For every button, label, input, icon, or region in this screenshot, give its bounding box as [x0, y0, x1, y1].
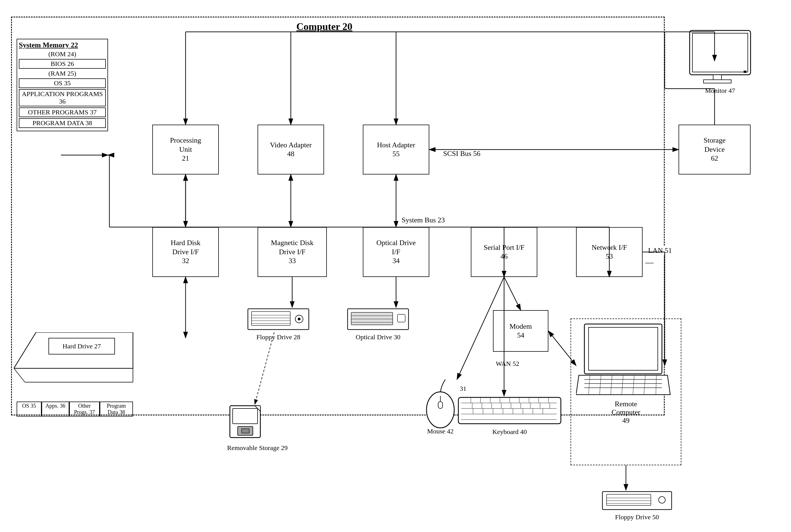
- svg-rect-4: [743, 71, 747, 73]
- svg-rect-1: [692, 33, 748, 72]
- mouse-svg: [424, 379, 457, 429]
- optical-drive-label: Optical Drive 30: [346, 334, 410, 341]
- monitor-area: Monitor 47: [684, 28, 756, 94]
- svg-point-22: [659, 497, 665, 503]
- processing-unit-box: ProcessingUnit21: [152, 125, 219, 174]
- floppy-drive-28-svg: [246, 307, 310, 332]
- ram-label: (RAM 25): [19, 70, 106, 77]
- optical-drive-svg: [346, 307, 410, 332]
- keyboard-label: Keyboard 40: [457, 428, 562, 436]
- rom-label: (ROM 24): [19, 51, 106, 58]
- keyboard-area: Keyboard 40: [457, 396, 562, 436]
- system-bus-label: System Bus 23: [401, 216, 445, 224]
- svg-rect-18: [606, 494, 651, 506]
- keyboard-svg: [457, 396, 562, 426]
- optical-drive-if-label: Optical DriveI/F34: [376, 239, 416, 266]
- svg-rect-3: [703, 80, 731, 83]
- svg-line-77: [14, 368, 25, 382]
- monitor-svg: [684, 28, 756, 89]
- svg-marker-76: [14, 332, 133, 368]
- removable-storage-svg: [227, 404, 263, 443]
- app-programs-box: APPLICATION PROGRAMS 36: [19, 89, 106, 106]
- floppy-drive-50-area: Floppy Drive 50: [601, 490, 673, 521]
- svg-rect-36: [397, 314, 405, 322]
- floppy-drive-50-label: Floppy Drive 50: [601, 513, 673, 521]
- svg-rect-32: [351, 312, 393, 325]
- floppy-drive-28-label: Floppy Drive 28: [246, 334, 310, 341]
- magnetic-disk-if-label: Magnetic DiskDrive I/F33: [271, 239, 314, 266]
- svg-rect-44: [438, 402, 442, 408]
- video-adapter-label: Video Adapter48: [270, 141, 312, 159]
- removable-storage-area: Removable Storage 29: [227, 404, 288, 452]
- host-adapter-label: Host Adapter55: [377, 141, 415, 159]
- storage-device-label: StorageDevice62: [703, 136, 726, 163]
- optical-drive-if-box: Optical DriveI/F34: [363, 227, 429, 277]
- os-box: OS 35: [19, 78, 106, 88]
- program-data-box: PROGRAM DATA 38: [19, 118, 106, 128]
- network-if-label: Network I/F53: [591, 243, 627, 261]
- computer-20-label: Computer 20: [296, 21, 352, 33]
- network-if-box: Network I/F53: [576, 227, 643, 277]
- optical-drive-area: Optical Drive 30: [346, 307, 410, 341]
- modem-label: Modem54: [510, 322, 532, 340]
- remote-computer-border: [570, 319, 681, 465]
- storage-device-box: StorageDevice62: [679, 125, 751, 174]
- bios-box: BIOS 26: [19, 59, 106, 69]
- serial-port-if-box: Serial Port I/F46: [471, 227, 537, 277]
- system-memory-title: System Memory 22: [19, 41, 106, 49]
- system-memory-box: System Memory 22 (ROM 24) BIOS 26 (RAM 2…: [17, 39, 108, 131]
- mouse-num-label: 31: [460, 385, 466, 393]
- svg-point-30: [298, 318, 301, 320]
- mouse-label: Mouse 42: [424, 428, 457, 435]
- floppy-drive-50-svg: [601, 490, 673, 512]
- modem-box: Modem54: [493, 310, 548, 352]
- lan-label: LAN 51: [648, 246, 672, 255]
- floppy-drive-28-area: Floppy Drive 28: [246, 307, 310, 341]
- hard-drive-trapezoid-svg: [14, 332, 138, 415]
- hard-disk-if-label: Hard DiskDrive I/F32: [171, 239, 201, 266]
- magnetic-disk-if-box: Magnetic DiskDrive I/F33: [258, 227, 327, 277]
- host-adapter-box: Host Adapter55: [363, 125, 429, 174]
- svg-rect-38: [233, 408, 258, 424]
- processing-unit-label: ProcessingUnit21: [170, 136, 201, 163]
- mouse-area: Mouse 42: [424, 379, 457, 435]
- hard-disk-if-box: Hard DiskDrive I/F32: [152, 227, 219, 277]
- serial-port-if-label: Serial Port I/F46: [484, 243, 524, 261]
- scsi-bus-label: SCSI Bus 56: [443, 150, 480, 158]
- wan-label: WAN 52: [496, 360, 519, 367]
- other-programs-box: OTHER PROGRAMS 37: [19, 108, 106, 117]
- video-adapter-box: Video Adapter48: [258, 125, 324, 174]
- removable-storage-label: Removable Storage 29: [227, 444, 288, 452]
- svg-rect-40: [242, 429, 249, 433]
